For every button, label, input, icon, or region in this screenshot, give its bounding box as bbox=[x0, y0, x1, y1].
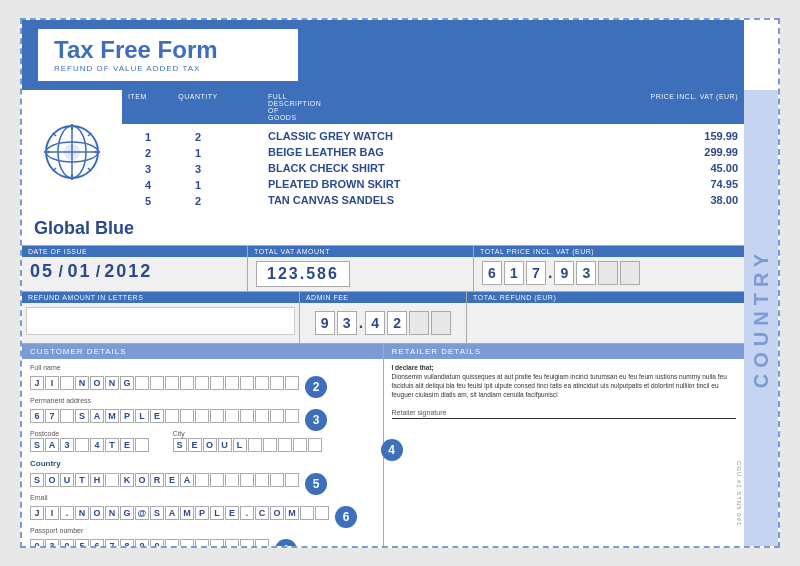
col-empty bbox=[308, 93, 618, 121]
vertical-code: CGU #1 STN5 0#1 bbox=[736, 461, 742, 526]
char-box-13 bbox=[225, 409, 239, 423]
item-desc: TAN CANVAS SANDELS bbox=[228, 194, 618, 208]
retailer-details-header: RETAILER DETAILS bbox=[384, 344, 745, 359]
char-box-4: A bbox=[90, 409, 104, 423]
full-name-label: Full name bbox=[30, 364, 375, 371]
item-qty: 1 bbox=[168, 178, 228, 192]
address-field: Permanent address 67SAMPLE 3 bbox=[22, 392, 383, 425]
refund-letters-block: REFUND AMOUNT IN LETTERS bbox=[22, 292, 300, 343]
admin-fee-block: ADMIN FEE 93.42 bbox=[300, 292, 467, 343]
price-digit-2: 7 bbox=[526, 261, 546, 285]
col-desc-label: FULL DESCRIPTION OF GOODS bbox=[228, 93, 308, 121]
char-box-6 bbox=[263, 438, 277, 452]
char-box-13 bbox=[225, 539, 239, 548]
fee-digit-6 bbox=[431, 311, 451, 335]
char-box-12 bbox=[210, 473, 224, 487]
char-box-12 bbox=[210, 376, 224, 390]
char-box-14 bbox=[240, 539, 254, 548]
total-price-label: TOTAL PRICE INCL. VAT (EUR) bbox=[474, 246, 744, 257]
total-price-digits: 617.93 bbox=[474, 257, 744, 289]
char-box-17: M bbox=[285, 506, 299, 520]
item-price: 45.00 bbox=[618, 162, 738, 176]
country-boxes: SOUTHKOREA bbox=[30, 473, 299, 487]
char-box-13 bbox=[225, 376, 239, 390]
table-header: ITEM QUANTITY FULL DESCRIPTION OF GOODS … bbox=[122, 90, 744, 124]
date-day: 01 bbox=[67, 261, 91, 282]
refund-letters-label: REFUND AMOUNT IN LETTERS bbox=[22, 292, 299, 303]
country-label: Country bbox=[30, 459, 375, 468]
items-table: ITEM QUANTITY FULL DESCRIPTION OF GOODS … bbox=[122, 90, 744, 214]
char-box-7 bbox=[278, 438, 292, 452]
refund-row: REFUND AMOUNT IN LETTERS ADMIN FEE 93.42… bbox=[22, 291, 744, 343]
char-box-10 bbox=[180, 539, 194, 548]
char-box-2: U bbox=[60, 473, 74, 487]
char-box-14: . bbox=[240, 506, 254, 520]
date-label: DATE OF ISSUE bbox=[22, 246, 247, 257]
bottom-section: CUSTOMER DETAILS Full name JINONG 2 Perm… bbox=[22, 343, 744, 548]
total-refund-label: TOTAL REFUND (EUR) bbox=[467, 292, 744, 303]
char-box-1: I bbox=[45, 376, 59, 390]
item-desc: PLEATED BROWN SKIRT bbox=[228, 178, 618, 192]
char-box-7: L bbox=[135, 409, 149, 423]
price-digit-0: 6 bbox=[482, 261, 502, 285]
char-box-16 bbox=[270, 473, 284, 487]
char-box-2 bbox=[60, 376, 74, 390]
item-price: 159.99 bbox=[618, 130, 738, 144]
postcode-label: Postcode bbox=[30, 430, 165, 437]
item-num: 3 bbox=[128, 162, 168, 176]
char-box-9 bbox=[165, 409, 179, 423]
char-box-3: 5 bbox=[75, 539, 89, 548]
item-desc: CLASSIC GREY WATCH bbox=[228, 130, 618, 144]
passport-boxes: 030567890 bbox=[30, 539, 269, 548]
char-box-0: S bbox=[30, 473, 44, 487]
char-box-5: N bbox=[105, 506, 119, 520]
char-box-0: J bbox=[30, 506, 44, 520]
char-box-9: A bbox=[165, 506, 179, 520]
char-box-12 bbox=[210, 539, 224, 548]
char-box-1: E bbox=[188, 438, 202, 452]
total-refund-block: TOTAL REFUND (EUR) bbox=[467, 292, 744, 343]
char-box-13 bbox=[225, 473, 239, 487]
circle-2: 2 bbox=[305, 376, 327, 398]
char-box-14 bbox=[240, 376, 254, 390]
city-boxes: SEOUL bbox=[173, 438, 375, 452]
col-qty: QUANTITY bbox=[168, 93, 228, 121]
fee-dot: . bbox=[359, 314, 363, 332]
date-block: DATE OF ISSUE 05 / 01 / 2012 bbox=[22, 246, 248, 291]
email-boxes: JI.NONG@SAMPLE.COM bbox=[30, 506, 329, 520]
char-box-8: 0 bbox=[150, 539, 164, 548]
retailer-details: RETAILER DETAILS I declare that; Dionsem… bbox=[384, 344, 745, 548]
price-digit-4: 9 bbox=[554, 261, 574, 285]
vat-label: TOTAL VAT AMOUNT bbox=[248, 246, 473, 257]
char-box-3: T bbox=[75, 473, 89, 487]
price-digit-5: 3 bbox=[576, 261, 596, 285]
title-block: Tax Free Form REFUND OF VALUE ADDED TAX bbox=[38, 29, 298, 80]
table-row: 4 1 PLEATED BROWN SKIRT 74.95 bbox=[128, 178, 738, 192]
item-desc: BLACK CHECK SHIRT bbox=[228, 162, 618, 176]
char-box-7: 9 bbox=[135, 539, 149, 548]
circle-1: 1 bbox=[275, 539, 297, 548]
char-box-17 bbox=[285, 376, 299, 390]
char-box-15 bbox=[255, 376, 269, 390]
char-box-2: O bbox=[203, 438, 217, 452]
declaration-text: I declare that; Dionsemin vullandiatum q… bbox=[384, 359, 745, 403]
item-num: 5 bbox=[128, 194, 168, 208]
char-box-0: 6 bbox=[30, 409, 44, 423]
full-name-field: Full name JINONG 2 bbox=[22, 359, 383, 392]
date-sep2: / bbox=[91, 263, 100, 281]
char-box-4: H bbox=[90, 473, 104, 487]
char-box-16: O bbox=[270, 506, 284, 520]
char-box-6: E bbox=[120, 438, 134, 452]
items-section: ITEM QUANTITY FULL DESCRIPTION OF GOODS … bbox=[22, 90, 744, 214]
char-box-7: O bbox=[135, 473, 149, 487]
item-price: 74.95 bbox=[618, 178, 738, 192]
city-col: City SEOUL 4 bbox=[173, 427, 375, 452]
item-desc: BEIGE LEATHER BAG bbox=[228, 146, 618, 160]
col-price: PRICE INCL. VAT (EUR) bbox=[618, 93, 738, 121]
item-num: 4 bbox=[128, 178, 168, 192]
email-label: Email bbox=[30, 494, 375, 501]
char-box-13: E bbox=[225, 506, 239, 520]
svg-point-13 bbox=[64, 144, 80, 160]
date-vat-row: DATE OF ISSUE 05 / 01 / 2012 TOTAL VAT A… bbox=[22, 245, 744, 291]
full-name-boxes: JINONG bbox=[30, 376, 299, 390]
